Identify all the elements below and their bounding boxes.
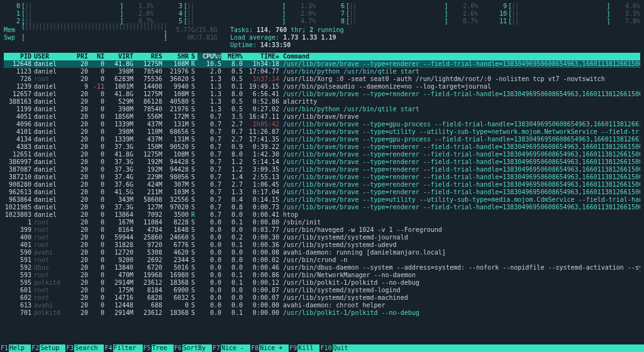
cpu-meter-3: 3[||]1.3%: [166, 3, 316, 10]
table-row[interactable]: 602root2001471668286032S0.00.00:00.07/us…: [4, 294, 640, 302]
col-pri[interactable]: PRI: [69, 53, 88, 60]
swap-meter: Swp [] 0K/7.81G: [4, 34, 218, 41]
tasks-label: Tasks:: [230, 26, 253, 33]
table-row[interactable]: 593root200470M1996816980S0.00.10:00.86/u…: [4, 272, 640, 279]
cpu-meter-1: 1[||]2.0%: [4, 10, 153, 18]
cpu-meter-0: 0[||]1.3%: [4, 3, 153, 10]
fnkey-F8: F8: [250, 344, 259, 352]
col-s[interactable]: S: [189, 53, 197, 60]
cpu-meter-10: 10[||]3.3%: [491, 10, 640, 18]
meter-col-0: 0[||]1.3%1[||]2.0%2[||]0.7%: [4, 3, 153, 25]
table-row[interactable]: 908280daniel20037.6G424M307MS0.72.71:06.…: [4, 181, 640, 189]
fnkey-label-F10[interactable]: Quit: [333, 344, 355, 352]
fnkey-F7: F7: [212, 344, 221, 352]
cpu-meter-9: 9[||]4.6%: [491, 3, 640, 10]
uptime-value: 14:33:50: [260, 41, 291, 48]
cpu-meter-6: 6[||]2.0%: [328, 3, 478, 10]
table-row[interactable]: 388163daniel200529M8612840580S1.30.50:52…: [4, 98, 640, 106]
fnkey-label-F8[interactable]: Nice +: [259, 344, 289, 352]
table-row[interactable]: 4051daniel2001856M556M172MS0.73.516:47.1…: [4, 113, 640, 121]
fnkey-label-F9[interactable]: Kill: [297, 344, 319, 352]
fnkey-F2: F2: [31, 344, 40, 352]
table-row[interactable]: 1021985daniel20037.3G127M97020S0.70.80:0…: [4, 204, 640, 211]
col-mem[interactable]: MEM%: [221, 53, 243, 60]
table-row[interactable]: 962613daniel20041.5G211M103MS0.71.30:17.…: [4, 189, 640, 196]
fnkey-F5: F5: [143, 344, 152, 352]
table-row[interactable]: 1199daniel200398M7854021976S1.30.50:27.0…: [4, 106, 640, 113]
table-row[interactable]: 386997daniel20037.3G192M94428S0.71.25:14…: [4, 158, 640, 166]
summary-row: Mem [|||||||||||||||||||||||||||||||||||…: [4, 26, 640, 49]
table-row[interactable]: 595polkitd2002914M2361218368S0.00.10:00.…: [4, 279, 640, 287]
fnkey-label-F6[interactable]: SortBy: [182, 344, 212, 352]
table-body: 12648daniel20041.8G1275M108MR10.58.01h34…: [4, 60, 640, 317]
fnkey-label-F7[interactable]: Nice -: [221, 344, 250, 352]
table-row[interactable]: 4383daniel20037.3G150M90520S0.70.90:39.2…: [4, 143, 640, 151]
col-time[interactable]: TIME+: [243, 53, 282, 60]
table-row[interactable]: 601root200175M81846900S0.00.00:00.87/usr…: [4, 287, 640, 294]
fnkey-label-F5[interactable]: Tree: [152, 344, 174, 352]
table-row[interactable]: 590avahi2001272053084620S0.00.00:00.08av…: [4, 249, 640, 256]
table-row[interactable]: 12657daniel20041.8G1275M108MS1.38.06:56.…: [4, 91, 640, 98]
table-row[interactable]: 726root2006283M7553636020S1.30.51h37:14/…: [4, 75, 640, 83]
col-pid[interactable]: PID: [4, 53, 34, 60]
table-row[interactable]: 12648daniel20041.8G1275M108MR10.58.01h34…: [4, 60, 640, 68]
mem-meter: Mem [|||||||||||||||||||||||||||||||||||…: [4, 26, 218, 34]
table-header[interactable]: PID USER PRI NI VIRT RES SHR S CPU%▽ MEM…: [4, 53, 640, 60]
fnkey-F10: F10: [319, 344, 332, 352]
cpu-meter-7: 7[||]2.6%: [328, 10, 478, 18]
table-row[interactable]: 591root200920026922344S0.00.00:00.02/usr…: [4, 256, 640, 264]
col-shr[interactable]: SHR: [162, 53, 189, 60]
col-virt[interactable]: VIRT: [104, 53, 133, 60]
table-row[interactable]: 399root200816447841648S0.00.00:03.77/usr…: [4, 226, 640, 234]
table-row[interactable]: 963864daniel200343M5860832556S0.70.40:14…: [4, 196, 640, 204]
table-row[interactable]: 1123daniel200398M7854021976S2.00.517:04.…: [4, 68, 640, 75]
col-cpu[interactable]: CPU%▽: [197, 53, 221, 60]
table-row[interactable]: 4101daniel200398M110M68656S0.70.711:26.8…: [4, 128, 640, 136]
fnkey-F4: F4: [104, 344, 113, 352]
fnkey-label-F3[interactable]: Search: [74, 344, 104, 352]
col-cmd[interactable]: Command: [282, 53, 640, 60]
swap-bar: []: [21, 34, 167, 41]
cpu-meter-4: 4[||]2.0%: [166, 10, 316, 18]
cpu-meter-8: 8[||]0.7%: [328, 18, 478, 25]
table-row[interactable]: 1239daniel9-111001M144089940S1.30.119:49…: [4, 83, 640, 91]
table-row[interactable]: 4134daniel2001339M437M131MS0.72.717:41.3…: [4, 136, 640, 143]
table-row[interactable]: 387087daniel20037.3G192M94428S0.71.23:09…: [4, 166, 640, 173]
table-row[interactable]: 4096daniel2001339M437M131MS0.72.71h05:42…: [4, 121, 640, 128]
tasks-procs: 114: [257, 26, 268, 33]
table-row[interactable]: 387210daniel20037.4G229M98056S0.71.42:55…: [4, 173, 640, 181]
table-row[interactable]: 1023803daniel2001386470923500R0.70.00:00…: [4, 211, 640, 219]
fnkey-F6: F6: [174, 344, 182, 352]
table-row[interactable]: 400root200599442586024660S0.00.20:00.30/…: [4, 234, 640, 241]
fnkey-label-F4[interactable]: Filter: [113, 344, 143, 352]
mem-value: 5.77G/15.6G: [167, 26, 218, 34]
meter-col-1: 3[||]1.3%4[||]2.0%5[||]4.7%: [166, 3, 316, 25]
fnkey-label-F2[interactable]: Setup: [40, 344, 65, 352]
cpu-meter-5: 5[||]4.7%: [166, 18, 316, 25]
function-key-bar[interactable]: F1HelpF2SetupF3SearchF4FilterF5TreeF6Sor…: [0, 344, 644, 352]
running-word: running: [317, 26, 343, 33]
table-row[interactable]: 401root2003182897206776S0.00.10:00.36/us…: [4, 241, 640, 249]
col-res[interactable]: RES: [133, 53, 162, 60]
fnkey-label-F1[interactable]: Help: [9, 344, 31, 352]
uptime-label: Uptime:: [230, 41, 257, 48]
table-row[interactable]: 701polkitd2002914M2361218368S0.00.10:00.…: [4, 309, 640, 317]
col-ni[interactable]: NI: [88, 53, 104, 60]
table-row[interactable]: 1root200167M110848228S0.00.10:00.80/sbin…: [4, 219, 640, 226]
swap-label: Swp: [4, 34, 21, 41]
sysinfo: Tasks: 114, 760 thr; 2 running Load aver…: [230, 26, 640, 49]
meter-col-3: 9[||]4.6%10[||]3.3%11[||]7.8%: [491, 3, 640, 25]
tasks-running: 2: [309, 26, 313, 33]
table-row[interactable]: 12651daniel20041.8G1275M108MS0.78.01:42.…: [4, 151, 640, 158]
col-user[interactable]: USER: [34, 53, 69, 60]
tasks-thr: 760: [275, 26, 287, 33]
meter-col-2: 6[||]2.0%7[||]2.6%8[||]0.7%: [328, 3, 478, 25]
table-row[interactable]: 592dbus2001384067205016S0.00.00:00.46/us…: [4, 264, 640, 272]
fnkey-F1: F1: [0, 344, 9, 352]
swap-value: 0K/7.81G: [167, 34, 218, 41]
process-table[interactable]: PID USER PRI NI VIRT RES SHR S CPU%▽ MEM…: [4, 53, 640, 317]
cpu-meter-11: 11[||]7.8%: [491, 18, 640, 25]
table-row[interactable]: 613avahi200124486880S0.00.00:00.00avahi-…: [4, 302, 640, 309]
fnkey-F3: F3: [65, 344, 74, 352]
load-label: Load average:: [230, 34, 279, 41]
